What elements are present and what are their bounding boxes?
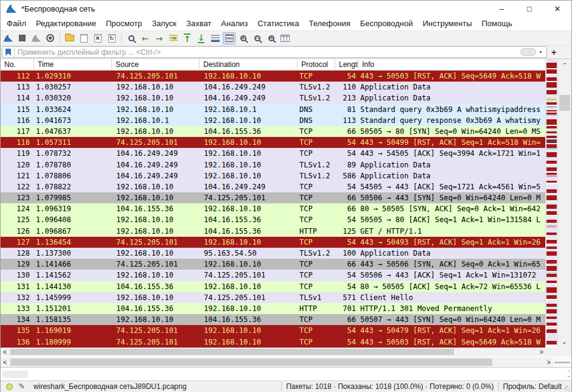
packet-row[interactable]: 1351.16901974.125.205.101192.168.10.10TC… (1, 325, 545, 336)
menu-item-view[interactable]: Просмотр (101, 18, 147, 29)
packet-row[interactable]: 1161.041673192.168.10.1192.168.10.10DNS1… (1, 115, 545, 126)
menu-item-file[interactable]: Файл (2, 18, 31, 29)
go-to-packet-button[interactable]: → (167, 32, 180, 44)
capture-options-button[interactable] (44, 32, 57, 44)
mini-scroll-up-icon[interactable]: › (565, 370, 571, 371)
cell-source: 192.168.10.10 (112, 214, 200, 225)
cell-time: 1.033624 (34, 104, 112, 115)
filter-history-caret-icon[interactable]: ▼ (539, 50, 543, 54)
filter-bookmark-button[interactable] (2, 47, 15, 57)
display-filter-input[interactable]: Применить дисплейный фильтр ... <Ctrl-/>… (2, 46, 547, 58)
scroll-down-arrow[interactable]: › (560, 337, 570, 350)
horizontal-scrollbar-1[interactable]: < > (1, 348, 546, 356)
maximize-button[interactable]: □ (515, 1, 543, 16)
open-capture-file-button[interactable] (63, 32, 76, 44)
zoom-reset-button[interactable]: = (265, 32, 277, 44)
minimize-button[interactable]: – (487, 1, 515, 16)
start-capture-button[interactable] (2, 32, 15, 44)
stop-capture-button[interactable] (16, 32, 29, 44)
mini-scroll-down-icon[interactable]: › (565, 376, 571, 377)
scroll-left-arrow[interactable]: < (1, 357, 9, 367)
cell-destination: 104.16.155.36 (200, 214, 298, 225)
packet-row[interactable]: 1321.145999192.168.10.1074.125.205.101TL… (1, 292, 545, 303)
column-header-destination[interactable]: Destination (200, 59, 298, 70)
packet-row[interactable]: 1331.151201104.16.155.36192.168.10.10HTT… (1, 303, 545, 314)
vertical-scrollbar-track[interactable] (558, 68, 571, 338)
menu-item-help[interactable]: Помощь (477, 18, 517, 29)
packet-row[interactable]: 1271.13645474.125.205.101192.168.10.10TC… (1, 237, 545, 248)
packet-row[interactable]: 1151.033624192.168.10.10192.168.10.1DNS8… (1, 104, 545, 115)
column-header-source[interactable]: Source (112, 59, 200, 70)
profile-label[interactable]: Профиль: Default (503, 382, 562, 391)
column-header-info[interactable]: Info (358, 59, 545, 70)
add-filter-button[interactable]: + (547, 47, 560, 57)
packet-row[interactable]: 1131.030257192.168.10.10104.16.249.249TL… (1, 82, 545, 93)
menu-item-statistics[interactable]: Статистика (253, 18, 304, 29)
column-header-length[interactable]: Length (335, 59, 358, 70)
packet-row[interactable]: 1201.078780104.16.249.249192.168.10.10TL… (1, 159, 545, 170)
colorize-packets-button[interactable] (223, 32, 235, 44)
menu-item-go[interactable]: Запуск (147, 18, 181, 29)
apply-filter-button[interactable]: → (520, 48, 536, 56)
packet-row[interactable]: 1311.144130104.16.155.36192.168.10.10TCP… (1, 281, 545, 292)
packet-row[interactable]: 1261.096867192.168.10.10104.16.155.36HTT… (1, 226, 545, 237)
menu-item-telephony[interactable]: Телефония (304, 18, 355, 29)
auto-scroll-button[interactable] (209, 32, 221, 44)
horizontal-scrollbar-thumb[interactable] (10, 349, 454, 355)
menu-item-wireless[interactable]: Беспроводной (355, 18, 418, 29)
packet-row[interactable]: 1191.078732104.16.249.249192.168.10.10TC… (1, 148, 545, 159)
expert-info-icon[interactable] (6, 383, 13, 390)
packet-row[interactable]: 1121.02931074.125.205.101192.168.10.10TC… (1, 71, 545, 82)
close-capture-file-button[interactable]: ✕ (91, 32, 104, 44)
packet-row[interactable]: 1291.14146674.125.205.101192.168.10.10TC… (1, 259, 545, 270)
packet-row[interactable]: 1361.18099974.125.205.101192.168.10.10TC… (1, 337, 545, 348)
resize-columns-button[interactable] (279, 32, 291, 44)
packet-row[interactable]: 1281.137300192.168.10.1095.163.54.50TLSv… (1, 248, 545, 259)
cell-protocol: HTTP (298, 226, 335, 237)
mini-scrollbar[interactable]: › › (568, 368, 569, 379)
close-button[interactable]: ✕ (543, 1, 571, 16)
restart-capture-button[interactable] (30, 32, 43, 44)
menu-item-tools[interactable]: Инструменты (417, 18, 476, 29)
save-capture-file-button[interactable] (77, 32, 90, 44)
reload-capture-file-button[interactable]: ↻ (105, 32, 118, 44)
go-back-button[interactable]: ← (139, 32, 152, 44)
scroll-right-arrow[interactable]: > (545, 357, 553, 367)
go-last-packet-button[interactable]: ↓ (195, 32, 208, 44)
find-packet-button[interactable] (125, 32, 138, 44)
column-header-time[interactable]: Time (34, 59, 112, 70)
vertical-scrollbar[interactable]: › › (558, 59, 571, 348)
packet-row[interactable]: 1181.05731174.125.205.101192.168.10.10TC… (1, 137, 545, 148)
packet-row[interactable]: 1221.078822192.168.10.10104.16.249.249TC… (1, 181, 545, 192)
column-header-no[interactable]: No. (1, 59, 34, 70)
column-header-protocol[interactable]: Protocol (298, 59, 335, 70)
cell-protocol: TCP (298, 148, 335, 159)
packet-row[interactable]: 1341.158135192.168.10.10104.16.155.36TCP… (1, 314, 545, 325)
go-forward-button[interactable]: → (153, 32, 166, 44)
packet-row[interactable]: 1301.141562192.168.10.1074.125.205.101TC… (1, 270, 545, 281)
zoom-out-button[interactable]: − (251, 32, 263, 44)
cell-source: 192.168.10.10 (112, 248, 200, 259)
packet-row[interactable]: 1211.078806104.16.249.249192.168.10.10TL… (1, 170, 545, 181)
scroll-left-arrow[interactable]: < (1, 348, 9, 356)
packet-row[interactable]: 1141.030320192.168.10.10104.16.249.249TL… (1, 93, 545, 103)
resize-grip[interactable] (564, 385, 570, 391)
vertical-scrollbar-thumb[interactable] (559, 95, 570, 111)
packet-row[interactable]: 1171.047637192.168.10.10104.16.155.36TCP… (1, 126, 545, 137)
packet-row[interactable]: 1241.096319104.16.155.36192.168.10.10TCP… (1, 203, 545, 214)
go-first-packet-button[interactable]: ↑ (181, 32, 194, 44)
splitter-handle[interactable] (554, 362, 570, 363)
horizontal-scrollbar-2[interactable]: < > (1, 357, 553, 367)
packet-color-minimap[interactable] (545, 59, 558, 348)
menu-item-analyze[interactable]: Анализ (216, 18, 253, 29)
scroll-right-arrow[interactable]: > (537, 348, 546, 356)
packet-row[interactable]: 1251.096408192.168.10.10104.16.155.36TCP… (1, 214, 545, 225)
menu-item-capture[interactable]: Захват (181, 18, 216, 29)
cell-destination: 74.125.205.101 (200, 292, 298, 303)
zoom-in-button[interactable]: + (237, 32, 249, 44)
horizontal-scrollbar-thumb[interactable] (10, 359, 492, 366)
pane-splitter[interactable] (553, 357, 571, 367)
packet-row[interactable]: 1231.079985192.168.10.1074.125.205.101TC… (1, 192, 545, 203)
capture-comment-pencil-icon[interactable]: ✎ (19, 382, 25, 391)
menu-item-edit[interactable]: Редактирование (31, 18, 101, 29)
